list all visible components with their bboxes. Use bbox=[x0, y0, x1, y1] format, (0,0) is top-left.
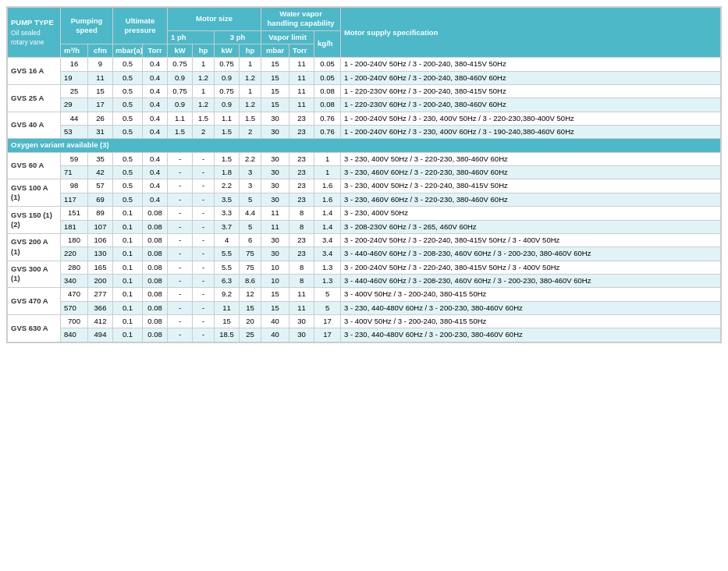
cell-supply: 1 - 200-240V 60Hz / 3 - 230, 400V 60Hz /… bbox=[341, 126, 721, 139]
cell-kw3: 3.7 bbox=[215, 220, 240, 233]
cell-supply: 3 - 200-240V 50Hz / 3 - 220-240, 380-415… bbox=[341, 233, 721, 246]
table-row: GVS 100 A (1)98570.50.4--2.2330231.63 - … bbox=[8, 179, 721, 193]
cell-kw1: - bbox=[168, 220, 193, 233]
cell-hp1: - bbox=[193, 247, 215, 261]
cell-vtorr: 11 bbox=[289, 71, 314, 84]
cell-vmbar: 30 bbox=[261, 233, 289, 246]
cell-vtorr: 8 bbox=[289, 261, 314, 274]
motor-supply-header: Motor supply specification bbox=[341, 8, 721, 58]
cell-hp1: - bbox=[193, 193, 215, 206]
cell-vtorr: 23 bbox=[289, 247, 314, 261]
cell-vmbar: 30 bbox=[261, 152, 289, 165]
cell-kgh: 5 bbox=[314, 288, 341, 301]
cell-mbar: 0.5 bbox=[113, 85, 143, 98]
cell-mbar: 0.1 bbox=[113, 207, 143, 220]
cell-torr: 0.08 bbox=[143, 314, 168, 328]
cell-mbar: 0.1 bbox=[113, 261, 143, 274]
cell-kgh: 0.76 bbox=[314, 126, 341, 139]
cell-kw1: - bbox=[168, 207, 193, 220]
table-row: 19110.50.40.91.20.91.215110.051 - 200-24… bbox=[8, 71, 721, 84]
pump-label: GVS 16 A bbox=[8, 58, 61, 85]
cell-kw1: - bbox=[168, 152, 193, 165]
cell-hp1: - bbox=[193, 220, 215, 233]
table-row: GVS 60 A59350.50.4--1.52.2302313 - 230, … bbox=[8, 152, 721, 165]
cell-vmbar: 30 bbox=[261, 166, 289, 179]
cell-kw3: 4 bbox=[215, 233, 240, 246]
cell-kgh: 17 bbox=[314, 314, 341, 328]
water-vapor-header: Water vapor handling capability bbox=[261, 8, 341, 31]
pump-label: GVS 300 A (1) bbox=[8, 261, 61, 288]
cell-vmbar: 30 bbox=[261, 126, 289, 139]
cell-hp3: 75 bbox=[240, 261, 261, 274]
cell-supply: 1 - 200-240V 50Hz / 3 - 200-240, 380-415… bbox=[341, 58, 721, 71]
cell-kgh: 0.08 bbox=[314, 98, 341, 112]
pumping-speed-header: Pumping speed bbox=[61, 8, 113, 44]
cell-hp3: 3 bbox=[240, 166, 261, 179]
table-row: GVS 470 A4702770.10.08--9.212151153 - 40… bbox=[8, 288, 721, 301]
cell-cfm: 412 bbox=[88, 314, 113, 328]
cell-kgh: 3.4 bbox=[314, 247, 341, 261]
cell-supply: 3 - 400V 50Hz / 3 - 200-240, 380-415 50H… bbox=[341, 314, 721, 328]
cell-torr: 0.4 bbox=[143, 179, 168, 193]
cell-hp3: 1.2 bbox=[240, 98, 261, 112]
pump-label: GVS 60 A bbox=[8, 152, 61, 179]
cell-supply: 1 - 220-230V 60Hz / 3 - 200-240, 380-415… bbox=[341, 85, 721, 98]
cell-kw3: 0.75 bbox=[215, 58, 240, 71]
cell-cfm: 494 bbox=[88, 328, 113, 342]
cell-cfm: 15 bbox=[88, 85, 113, 98]
cell-hp1: - bbox=[193, 328, 215, 342]
cell-kw1: - bbox=[168, 179, 193, 193]
cell-cfm: 107 bbox=[88, 220, 113, 233]
pump-label: GVS 25 A bbox=[8, 85, 61, 112]
cell-vmbar: 30 bbox=[261, 247, 289, 261]
cell-torr: 0.08 bbox=[143, 261, 168, 274]
cell-supply: 3 - 440-460V 60Hz / 3 - 208-230, 460V 60… bbox=[341, 247, 721, 261]
cell-vtorr: 11 bbox=[289, 301, 314, 314]
pump-label: GVS 470 A bbox=[8, 288, 61, 315]
cell-m3h: 98 bbox=[61, 179, 88, 193]
cell-kgh: 1.4 bbox=[314, 220, 341, 233]
cell-hp3: 8.6 bbox=[240, 274, 261, 287]
cell-m3h: 117 bbox=[61, 193, 88, 206]
table-row: 8404940.10.08--18.5254030173 - 230, 440-… bbox=[8, 328, 721, 342]
mbarv-header: mbar bbox=[261, 44, 289, 58]
cell-kw1: - bbox=[168, 247, 193, 261]
cell-vtorr: 11 bbox=[289, 98, 314, 112]
cell-kgh: 0.76 bbox=[314, 112, 341, 125]
mbara-header: mbar(a) bbox=[113, 44, 143, 58]
kw1-header: kW bbox=[168, 44, 193, 58]
cell-vtorr: 8 bbox=[289, 207, 314, 220]
cell-supply: 3 - 230, 400V 50Hz / 3 - 220-230, 380-46… bbox=[341, 152, 721, 165]
cell-vmbar: 10 bbox=[261, 261, 289, 274]
cell-supply: 3 - 230, 440-480V 60Hz / 3 - 200-230, 38… bbox=[341, 328, 721, 342]
cell-cfm: 26 bbox=[88, 112, 113, 125]
cell-hp1: 1 bbox=[193, 85, 215, 98]
table-row: GVS 200 A (1)1801060.10.08--4630233.43 -… bbox=[8, 233, 721, 246]
cell-kw1: - bbox=[168, 328, 193, 342]
cell-vmbar: 40 bbox=[261, 314, 289, 328]
cell-cfm: 106 bbox=[88, 233, 113, 246]
torr-header: Torr bbox=[143, 44, 168, 58]
cell-kw1: - bbox=[168, 288, 193, 301]
cell-kw1: 1.5 bbox=[168, 126, 193, 139]
cell-hp3: 5 bbox=[240, 220, 261, 233]
cell-cfm: 165 bbox=[88, 261, 113, 274]
cell-vtorr: 8 bbox=[289, 220, 314, 233]
cell-supply: 1 - 220-230V 60Hz / 3 - 200-240, 380-460… bbox=[341, 98, 721, 112]
cell-mbar: 0.1 bbox=[113, 314, 143, 328]
cell-hp3: 1 bbox=[240, 85, 261, 98]
cell-kw3: 0.9 bbox=[215, 98, 240, 112]
cell-kw1: - bbox=[168, 314, 193, 328]
cell-mbar: 0.1 bbox=[113, 301, 143, 314]
cell-supply: 3 - 230, 400V 50Hz bbox=[341, 207, 721, 220]
torrv-header: Torr bbox=[289, 44, 314, 58]
cell-vtorr: 23 bbox=[289, 193, 314, 206]
cell-m3h: 19 bbox=[61, 71, 88, 84]
cell-kgh: 1.4 bbox=[314, 207, 341, 220]
cell-m3h: 280 bbox=[61, 261, 88, 274]
motor-1ph-header: 1 ph bbox=[168, 30, 215, 44]
cell-torr: 0.08 bbox=[143, 247, 168, 261]
cell-hp3: 2.2 bbox=[240, 152, 261, 165]
cell-cfm: 277 bbox=[88, 288, 113, 301]
cell-supply: 3 - 208-230V 60Hz / 3 - 265, 460V 60Hz bbox=[341, 220, 721, 233]
